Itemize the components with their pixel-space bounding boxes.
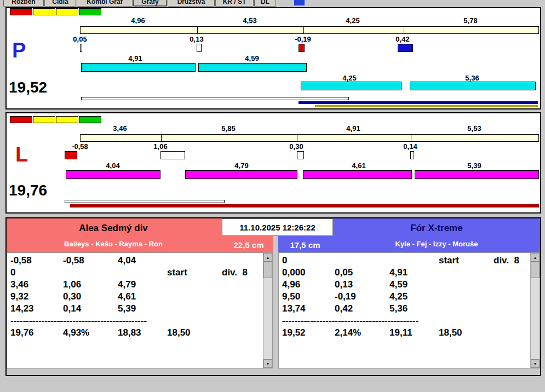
scroll-up-icon: ▲ <box>533 256 537 260</box>
jump-height-left: 22,5 cm <box>225 240 273 250</box>
segment-tick <box>404 27 404 33</box>
result-row: 9,32 0,30 4,61 <box>7 291 272 303</box>
leg-time-label: 4,04 <box>96 162 129 170</box>
split-time-label: 5,78 <box>454 16 487 25</box>
split-time-label: 5,53 <box>458 124 491 132</box>
result-cell: 0 <box>282 255 287 266</box>
reaction-time-label: 1,06 <box>145 142 176 151</box>
leg-time-label: 4,25 <box>333 74 366 82</box>
result-cell: div. 8 <box>222 267 248 278</box>
result-cell: 18,83 <box>118 327 141 338</box>
leg-bar <box>81 63 196 72</box>
result-cell: 4,93% <box>63 327 89 338</box>
split-time-label: 3,46 <box>104 124 136 132</box>
progress-bar-darkred <box>70 204 539 207</box>
leg-time-label: 4,59 <box>236 54 268 62</box>
datetime-text: 11.10.2025 12:26:22 <box>239 223 315 232</box>
split-time-label: 4,25 <box>336 16 369 25</box>
tab-label: KR / ST <box>223 0 246 5</box>
reaction-time-label: 0,42 <box>387 35 418 43</box>
result-cell: 0,30 <box>63 291 81 302</box>
tab-label: Grafy <box>141 0 158 5</box>
progress-bar-olive <box>315 105 538 107</box>
result-cell: 0,13 <box>335 279 353 290</box>
segment-tick <box>411 135 411 141</box>
result-cell: 3,46 <box>10 279 28 290</box>
segment-tick <box>297 135 297 141</box>
split-time-label: 4,96 <box>122 16 154 25</box>
leg-time-label: 4,91 <box>119 54 152 62</box>
reaction-bar <box>297 151 304 159</box>
segment-tick <box>303 27 304 33</box>
tab-grafy[interactable]: Grafy <box>133 0 167 7</box>
result-cell: 4,59 <box>389 279 408 290</box>
results-table-right[interactable]: 0 start div. 8 0,000 0,05 4,91 4,96 0,13… <box>278 252 540 368</box>
tab-label: Družstva <box>177 0 205 5</box>
leg-bar <box>415 170 539 179</box>
result-cell: 4,96 <box>282 279 300 290</box>
result-row: 0 start div. 8 <box>279 255 540 267</box>
scroll-up-icon: ▲ <box>266 256 270 260</box>
reaction-bar <box>80 44 82 52</box>
result-row: 3,46 1,06 4,79 <box>7 279 272 291</box>
vertical-scrollbar[interactable]: ▲ ▼ <box>263 253 272 368</box>
result-cell: start <box>439 255 459 266</box>
team-name-left: Alea Sedmý div <box>7 223 220 234</box>
leg-time-label: 5,36 <box>456 74 489 82</box>
tab-bar: Rozběh Čidla Kombi Graf Grafy Družstva K… <box>0 0 545 7</box>
reaction-bar <box>299 44 305 52</box>
summary-row: 19,52 2,14% 19,11 18,50 <box>279 327 540 339</box>
result-cell: 9,32 <box>10 291 28 302</box>
progress-bar-outline <box>81 97 349 100</box>
status-light-1 <box>10 116 32 123</box>
team-members-right: Kyle - Fej - Izzy - Moruše <box>333 240 540 248</box>
total-time-p: 19,52 <box>9 79 47 96</box>
result-cell: 18,50 <box>167 327 191 338</box>
segment-tick <box>197 27 198 33</box>
leg-bar <box>410 82 536 90</box>
leg-time-label: 5,39 <box>458 162 491 170</box>
result-cell: 4,25 <box>389 291 408 302</box>
split-time-label: 4,53 <box>233 16 266 25</box>
reaction-time-label: 0,30 <box>281 142 312 151</box>
tab-kombi-graf[interactable]: Kombi Graf <box>77 0 133 7</box>
split-segment-bar <box>80 26 539 34</box>
lane-panel-p: 4,96 4,53 4,25 5,78 0,05 0,13 -0,19 0,42… <box>5 7 541 109</box>
scroll-thumb[interactable] <box>531 262 540 278</box>
result-cell: 19,52 <box>282 327 306 338</box>
result-cell: 0,05 <box>335 267 353 278</box>
scroll-up-button[interactable]: ▲ <box>263 253 272 262</box>
scroll-down-icon: ▼ <box>266 362 270 366</box>
leg-bar <box>66 170 160 179</box>
result-cell: -0,19 <box>335 291 356 302</box>
result-row: 4,96 0,13 4,59 <box>279 279 540 291</box>
tab-label: Kombi Graf <box>87 0 122 5</box>
scroll-thumb[interactable] <box>263 262 272 278</box>
tab-cidla[interactable]: Čidla <box>44 0 76 7</box>
tab-rozbeh[interactable]: Rozběh <box>3 0 44 7</box>
status-light-2 <box>33 116 55 123</box>
result-cell: 0,000 <box>282 267 306 278</box>
result-cell: div. 8 <box>494 255 519 266</box>
result-cell: 4,04 <box>118 255 136 266</box>
status-light-3 <box>56 116 78 123</box>
tab-druzstva[interactable]: Družstva <box>168 0 215 7</box>
summary-row: 19,76 4,93% 18,83 18,50 <box>7 327 272 339</box>
split-time-label: 5,85 <box>212 124 245 132</box>
result-cell: 13,74 <box>282 303 306 314</box>
scroll-up-button[interactable]: ▲ <box>531 253 540 262</box>
result-cell: 0 <box>10 267 15 278</box>
tab-label: Čidla <box>52 0 68 5</box>
scroll-down-button[interactable]: ▼ <box>263 359 272 368</box>
tab-dl[interactable]: DL <box>254 0 276 7</box>
result-cell: 0,42 <box>335 303 353 314</box>
tab-kr-st[interactable]: KR / ST <box>215 0 254 7</box>
vertical-scrollbar[interactable]: ▲ ▼ <box>530 253 540 368</box>
split-time-label: 4,91 <box>337 124 370 132</box>
scroll-down-button[interactable]: ▼ <box>531 359 540 368</box>
progress-bar-navy <box>299 101 538 104</box>
status-light-1 <box>10 8 32 15</box>
result-cell: 4,79 <box>118 279 136 290</box>
results-table-left[interactable]: -0,58 -0,58 4,04 0 start div. 8 3,46 1,0… <box>7 252 273 368</box>
result-cell: 9,50 <box>282 291 300 302</box>
